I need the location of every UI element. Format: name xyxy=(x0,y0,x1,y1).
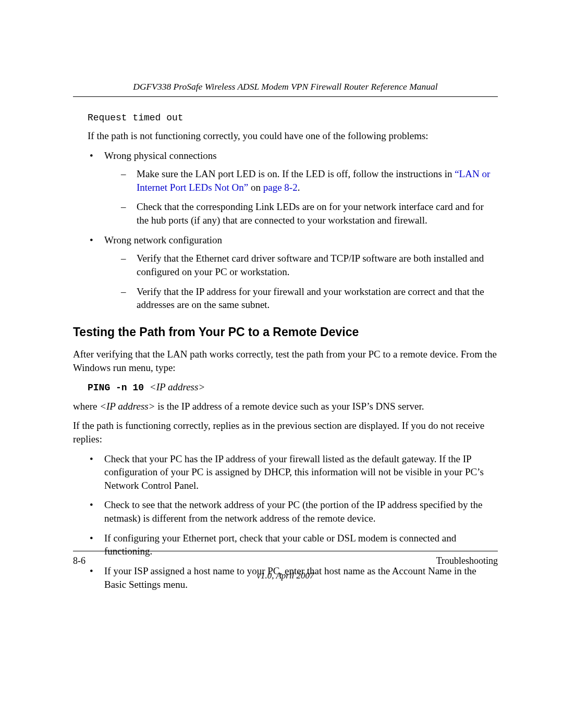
list-item: Make sure the LAN port LED is on. If the… xyxy=(119,167,498,194)
bullet-label: Wrong network configuration xyxy=(104,235,222,245)
doc-version: v1.0, April 2007 xyxy=(73,570,498,582)
list-item: Verify that the IP address for your fire… xyxy=(119,285,498,312)
text: on xyxy=(248,182,263,193)
section-heading: Testing the Path from Your PC to a Remot… xyxy=(73,324,498,340)
text: . xyxy=(298,182,300,193)
placeholder-italic: <IP address> xyxy=(100,401,155,412)
sub-list: Make sure the LAN port LED is on. If the… xyxy=(104,167,498,227)
page-footer: 8-6 Troubleshooting v1.0, April 2007 xyxy=(73,551,498,582)
sub-list: Verify that the Ethernet card driver sof… xyxy=(104,252,498,312)
running-header: DGFV338 ProSafe Wireless ADSL Modem VPN … xyxy=(73,81,498,96)
footer-rule xyxy=(73,551,498,551)
page-ref-link[interactable]: page 8-2 xyxy=(263,182,298,193)
page-number: 8-6 xyxy=(73,554,85,567)
footer-row: 8-6 Troubleshooting xyxy=(73,554,498,567)
list-item: Verify that the Ethernet card driver sof… xyxy=(119,252,498,278)
text: where xyxy=(73,401,100,412)
text: is the IP address of a remote device suc… xyxy=(155,401,424,412)
body-text: If the path is functioning correctly, re… xyxy=(73,419,498,446)
header-rule xyxy=(73,96,498,97)
command-placeholder: <IP address> xyxy=(150,381,205,392)
list-item: Check to see that the network address of… xyxy=(88,498,498,525)
code-output: Request timed out xyxy=(88,112,498,124)
command-example: PING -n 10 <IP address> xyxy=(88,380,498,394)
bullet-label: Wrong physical connections xyxy=(104,150,217,161)
chapter-name: Troubleshooting xyxy=(436,554,498,567)
list-item: Wrong physical connections Make sure the… xyxy=(88,149,498,227)
list-item: Check that the corresponding Link LEDs a… xyxy=(119,200,498,227)
page: DGFV338 ProSafe Wireless ADSL Modem VPN … xyxy=(0,0,563,728)
list-item: Wrong network configuration Verify that … xyxy=(88,233,498,312)
text: Make sure the LAN port LED is on. If the… xyxy=(137,168,455,179)
command-text: PING -n 10 xyxy=(88,382,150,393)
body-text: where <IP address> is the IP address of … xyxy=(73,400,498,413)
intro-text: If the path is not functioning correctly… xyxy=(88,129,498,143)
problem-list: Wrong physical connections Make sure the… xyxy=(73,149,498,312)
list-item: Check that your PC has the IP address of… xyxy=(88,452,498,492)
body-text: After verifying that the LAN path works … xyxy=(73,348,498,374)
